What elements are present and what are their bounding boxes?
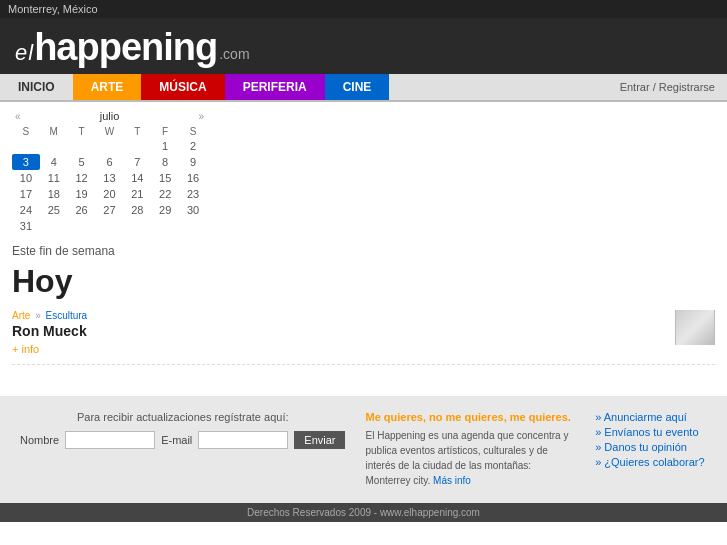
calendar: « julio » S M T W T F S <box>12 110 207 234</box>
cal-cell[interactable]: 18 <box>40 186 68 202</box>
event-cat-main-link[interactable]: Arte <box>12 310 30 321</box>
footer-link-4[interactable]: » ¿Quieres colaborar? <box>595 456 707 468</box>
cal-cell[interactable]: 11 <box>40 170 68 186</box>
nav-item-inicio[interactable]: INICIO <box>0 74 73 100</box>
email-label: E-mail <box>161 434 192 446</box>
cal-week-4: 17 18 19 20 21 22 23 <box>12 186 207 202</box>
cal-cell[interactable]: 9 <box>179 154 207 170</box>
cal-cell <box>96 138 124 154</box>
cal-cell <box>123 218 151 234</box>
event-category: Arte » Escultura <box>12 310 665 321</box>
cal-day-t2: T <box>123 125 151 138</box>
footer-middle-text: El Happening es una agenda que concentra… <box>365 428 575 488</box>
cal-cell <box>68 218 96 234</box>
footer-more-link[interactable]: Más info <box>433 475 471 486</box>
submit-button[interactable]: Enviar <box>294 431 345 449</box>
logo-happening: happening <box>34 28 217 66</box>
cal-cell[interactable]: 15 <box>151 170 179 186</box>
cal-cell <box>40 218 68 234</box>
bottom-bar: Derechos Reservados 2009 - www.elhappeni… <box>0 503 727 522</box>
cal-cell[interactable]: 7 <box>123 154 151 170</box>
event-more-link[interactable]: + info <box>12 343 39 355</box>
event-title: Ron Mueck <box>12 323 665 339</box>
today-title: Hoy <box>12 263 715 300</box>
copyright-text: Derechos Reservados 2009 - www.elhappeni… <box>247 507 480 518</box>
cal-cell <box>151 218 179 234</box>
cal-day-s2: S <box>179 125 207 138</box>
calendar-next[interactable]: » <box>195 111 207 122</box>
footer-form: Nombre E-mail Enviar <box>20 431 345 449</box>
cal-cell[interactable]: 10 <box>12 170 40 186</box>
cal-cell[interactable]: 26 <box>68 202 96 218</box>
cal-cell[interactable]: 19 <box>68 186 96 202</box>
cal-week-1: 1 2 <box>12 138 207 154</box>
calendar-prev[interactable]: « <box>12 111 24 122</box>
nav-item-musica[interactable]: MÚSICA <box>141 74 224 100</box>
cal-cell <box>68 138 96 154</box>
nombre-input[interactable] <box>65 431 155 449</box>
cal-cell[interactable]: 23 <box>179 186 207 202</box>
cal-cell-today[interactable]: 3 <box>12 154 40 170</box>
cal-cell[interactable]: 1 <box>151 138 179 154</box>
cal-cell[interactable]: 6 <box>96 154 124 170</box>
header: el happening .com <box>0 18 727 74</box>
cal-cell[interactable]: 12 <box>68 170 96 186</box>
footer-form-label: Para recibir actualizaciones regístrate … <box>20 411 345 423</box>
cal-cell[interactable]: 24 <box>12 202 40 218</box>
footer-link-2[interactable]: » Envíanos tu evento <box>595 426 707 438</box>
footer-link-1[interactable]: » Anunciarme aquí <box>595 411 707 423</box>
cal-cell[interactable]: 29 <box>151 202 179 218</box>
cal-cell <box>40 138 68 154</box>
cal-cell[interactable]: 27 <box>96 202 124 218</box>
footer-middle-section: Me quieres, no me quieres, me quieres. E… <box>365 411 575 488</box>
nav-item-cine[interactable]: CINE <box>325 74 390 100</box>
cal-week-5: 24 25 26 27 28 29 30 <box>12 202 207 218</box>
nombre-label: Nombre <box>20 434 59 446</box>
cal-cell[interactable]: 4 <box>40 154 68 170</box>
top-bar: Monterrey, México <box>0 0 727 18</box>
cal-week-2: 3 4 5 6 7 8 9 <box>12 154 207 170</box>
auth-link-text[interactable]: Entrar / Registrarse <box>620 81 715 93</box>
nav-bar: INICIO ARTE MÚSICA PERIFERIA CINE Entrar… <box>0 74 727 102</box>
cal-cell[interactable]: 2 <box>179 138 207 154</box>
cal-cell[interactable]: 31 <box>12 218 40 234</box>
nav-item-periferia[interactable]: PERIFERIA <box>225 74 325 100</box>
cal-cell[interactable]: 14 <box>123 170 151 186</box>
cal-cell <box>96 218 124 234</box>
cal-cell[interactable]: 13 <box>96 170 124 186</box>
cal-cell[interactable]: 25 <box>40 202 68 218</box>
cal-cell[interactable]: 22 <box>151 186 179 202</box>
cal-cell[interactable]: 21 <box>123 186 151 202</box>
cal-cell <box>179 218 207 234</box>
event-item: Arte » Escultura Ron Mueck + info <box>12 310 715 365</box>
cal-week-3: 10 11 12 13 14 15 16 <box>12 170 207 186</box>
calendar-header: « julio » <box>12 110 207 122</box>
cal-cell[interactable]: 17 <box>12 186 40 202</box>
cal-cell[interactable]: 8 <box>151 154 179 170</box>
calendar-table: S M T W T F S 1 2 <box>12 125 207 234</box>
cal-cell[interactable]: 28 <box>123 202 151 218</box>
cal-day-m: M <box>40 125 68 138</box>
cal-day-s1: S <box>12 125 40 138</box>
cal-cell <box>123 138 151 154</box>
location-text: Monterrey, México <box>8 3 98 15</box>
main-content: « julio » S M T W T F S <box>0 102 727 381</box>
footer: Para recibir actualizaciones regístrate … <box>0 396 727 503</box>
event-info: Arte » Escultura Ron Mueck + info <box>12 310 665 356</box>
auth-link[interactable]: Entrar / Registrarse <box>608 75 727 99</box>
nav-item-arte[interactable]: ARTE <box>73 74 142 100</box>
email-input[interactable] <box>198 431 288 449</box>
calendar-month: julio <box>24 110 196 122</box>
logo-el: el <box>15 40 34 66</box>
cal-week-6: 31 <box>12 218 207 234</box>
thumb-image <box>676 310 714 345</box>
footer-link-3[interactable]: » Danos tu opinión <box>595 441 707 453</box>
event-cat-sub-link[interactable]: Escultura <box>45 310 87 321</box>
cal-cell[interactable]: 30 <box>179 202 207 218</box>
cal-cell[interactable]: 5 <box>68 154 96 170</box>
cal-cell[interactable]: 16 <box>179 170 207 186</box>
cal-cell[interactable]: 20 <box>96 186 124 202</box>
cal-day-w: W <box>96 125 124 138</box>
logo-com: .com <box>219 46 249 62</box>
weekend-label: Este fin de semana <box>12 244 715 258</box>
